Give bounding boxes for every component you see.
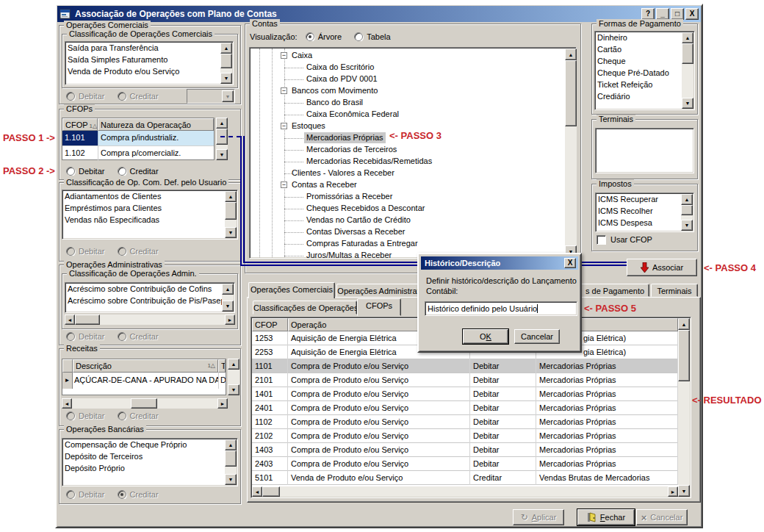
receitas-grid[interactable]: Descrição1△ T ► AÇÚCAR-DE-CANA - APURADO…	[62, 359, 226, 395]
scroll-down-button[interactable]: ▼	[681, 220, 693, 231]
scroll-right-button[interactable]: ►	[225, 314, 235, 325]
list-item[interactable]: Saída para Transferência	[65, 42, 233, 54]
tree-node[interactable]: −Caixa	[251, 50, 562, 62]
natureza-cell[interactable]: Compra p/comercializ.	[98, 146, 214, 161]
tab-operacoes-administrativas[interactable]: Operações Administrativa	[336, 284, 430, 297]
table-h-scrollbar[interactable]: ◄ ►	[252, 486, 678, 497]
scroll-up-button[interactable]: ▲	[682, 32, 693, 43]
scrollbar-thumb[interactable]	[225, 202, 237, 220]
scroll-down-button[interactable]: ▼	[678, 485, 690, 497]
list-item[interactable]: Adiantamentos de Clientes	[62, 190, 237, 202]
creditar-radio[interactable]	[118, 247, 126, 256]
receita-cell[interactable]: AÇÚCAR-DE-CANA - APURADO NA DAPI	[73, 373, 218, 389]
tab-terminais[interactable]: Terminais	[651, 284, 698, 297]
list-item[interactable]: Ticket Refeição	[595, 79, 694, 90]
collapse-icon[interactable]: −	[281, 87, 287, 94]
listbox-scrollbar[interactable]: ▲ ▼	[222, 284, 234, 312]
listbox-scrollbar[interactable]: ▲ ▼	[225, 191, 237, 238]
classificacao-combo[interactable]: ▼	[187, 89, 235, 104]
scroll-up-button[interactable]: ▲	[228, 359, 239, 370]
creditar-radio[interactable]	[118, 411, 126, 420]
collapse-icon[interactable]: −	[281, 181, 287, 188]
scroll-down-button[interactable]: ▼	[225, 474, 237, 485]
scrollbar-thumb[interactable]	[131, 398, 157, 409]
debitar-radio[interactable]	[66, 92, 75, 101]
listbox-scrollbar[interactable]: ▲ ▼	[225, 439, 237, 485]
natureza-column-header[interactable]: Natureza da Operacação	[98, 118, 214, 131]
cfops-grid[interactable]: CFOP1△ Natureza da Operacação 1.101 Comp…	[62, 118, 215, 160]
cfop-row-selected[interactable]: 1.101 Compra p/industrializ.	[62, 131, 214, 145]
cfop-row[interactable]: 1.102 Compra p/comercializ.	[62, 145, 214, 160]
table-row[interactable]: 2403Compra de Produto e/ou ServiçoDebita…	[252, 457, 678, 471]
table-row-selected[interactable]: 1101Compra de Produto e/ou ServiçoDebita…	[252, 359, 678, 373]
scrollbar-thumb[interactable]	[220, 54, 232, 68]
tree-node[interactable]: Promissórias a Receber	[251, 191, 562, 203]
list-item[interactable]: Cheque	[595, 55, 694, 67]
associar-button[interactable]: Associar	[627, 259, 697, 276]
list-item[interactable]: Empréstimos para Clientes	[62, 202, 237, 214]
tab-operacoes-comerciais[interactable]: Operações Comerciais	[248, 282, 335, 298]
listbox-scrollbar[interactable]: ▲ ▼	[220, 43, 232, 84]
creditar-radio[interactable]	[118, 92, 126, 101]
table-row[interactable]: 1102Compra de Produto e/ou ServiçoDebita…	[252, 415, 678, 429]
natureza-cell[interactable]: Compra p/industrializ.	[98, 131, 214, 145]
table-v-scrollbar[interactable]: ▲ ▼	[678, 318, 690, 497]
scrollbar-thumb[interactable]	[565, 60, 577, 126]
tree-node[interactable]: Clientes - Valores a Receber	[251, 168, 562, 179]
tree-node[interactable]: Mercadorias Recebidas/Remetidas	[251, 156, 562, 168]
dialog-close-button[interactable]: X	[564, 258, 576, 268]
cfop-cell[interactable]: 1.101	[62, 131, 98, 145]
fechar-button[interactable]: Fechar	[577, 509, 635, 525]
tree-node[interactable]: Banco do Brasil	[251, 97, 562, 109]
scrollbar-thumb[interactable]	[225, 450, 237, 467]
scroll-down-button[interactable]: ▼	[222, 301, 234, 312]
tree-node[interactable]: −Bancos com Movimento	[251, 85, 562, 97]
list-item[interactable]: Acréscimo sobre Contribuição de Cofins	[65, 283, 234, 295]
descricao-column-header[interactable]: Descrição1△	[73, 359, 218, 373]
tree-node[interactable]: Cheques Recebidos a Descontar	[251, 203, 562, 215]
terminais-listbox[interactable]	[595, 128, 694, 173]
cfop-cell[interactable]: 1.102	[62, 146, 98, 161]
receita-t-cell[interactable]: D	[218, 373, 226, 389]
scroll-up-button[interactable]: ▲	[225, 191, 237, 202]
scroll-up-button[interactable]: ▲	[225, 439, 237, 450]
list-item[interactable]: Cartão	[595, 43, 694, 55]
historico-input[interactable]: Histórico definido pelo Usuário	[425, 301, 577, 316]
scroll-down-button[interactable]: ▼	[225, 227, 237, 238]
list-item[interactable]: Compensação de Cheque Próprio	[62, 439, 237, 450]
debitar-radio[interactable]	[66, 490, 75, 499]
minimize-button[interactable]: _	[656, 8, 669, 20]
tree-node[interactable]: Vendas no Cartão de Crédito	[251, 215, 562, 226]
scroll-up-button[interactable]: ▲	[216, 118, 228, 129]
tree-node[interactable]: Caixa do Escritório	[251, 62, 562, 73]
tree-node[interactable]: Compras Faturadas a Entregar	[251, 238, 562, 250]
scroll-up-button[interactable]: ▲	[220, 43, 232, 54]
maximize-button[interactable]: □	[671, 8, 684, 20]
scrollbar-thumb[interactable]	[678, 330, 690, 381]
usar-cfop-checkbox[interactable]	[597, 235, 606, 245]
debitar-radio[interactable]	[66, 411, 75, 420]
debitar-radio[interactable]	[66, 247, 75, 256]
aplicar-button[interactable]: ↻ Aplicar	[513, 509, 564, 525]
tree-node[interactable]: Caixa do PDV 0001	[251, 73, 562, 85]
tree-node[interactable]: Contas Diversas a Receber	[251, 226, 562, 238]
listbox-scrollbar[interactable]: ▲ ▼	[681, 194, 693, 231]
list-item[interactable]: Depósito Próprio	[62, 462, 237, 474]
scroll-up-button[interactable]: ▲	[565, 48, 577, 60]
scroll-left-button[interactable]: ◄	[62, 398, 72, 409]
scroll-down-button[interactable]: ▼	[228, 384, 239, 395]
cfops-scrollbar[interactable]: ▲ ▼	[216, 118, 228, 160]
scroll-down-button[interactable]: ▼	[216, 149, 228, 160]
list-item[interactable]: Dinheiro	[595, 32, 694, 43]
collapse-icon[interactable]: −	[281, 52, 287, 59]
classificacao-comerciais-listbox[interactable]: Saída para Transferência Saída Simples F…	[65, 41, 234, 85]
help-button[interactable]: ?	[641, 8, 655, 20]
tabela-radio[interactable]	[354, 32, 363, 41]
scroll-right-button[interactable]: ►	[217, 398, 228, 409]
receitas-h-scrollbar[interactable]: ◄ ►	[62, 398, 228, 409]
scroll-left-button[interactable]: ◄	[65, 314, 75, 325]
table-row[interactable]: 2101Compra de Produto e/ou ServiçoDebita…	[252, 373, 678, 387]
creditar-radio[interactable]	[118, 167, 126, 176]
scrollbar-thumb[interactable]	[75, 314, 100, 325]
table-row[interactable]: 2401Compra de Produto e/ou ServiçoDebita…	[252, 401, 678, 415]
